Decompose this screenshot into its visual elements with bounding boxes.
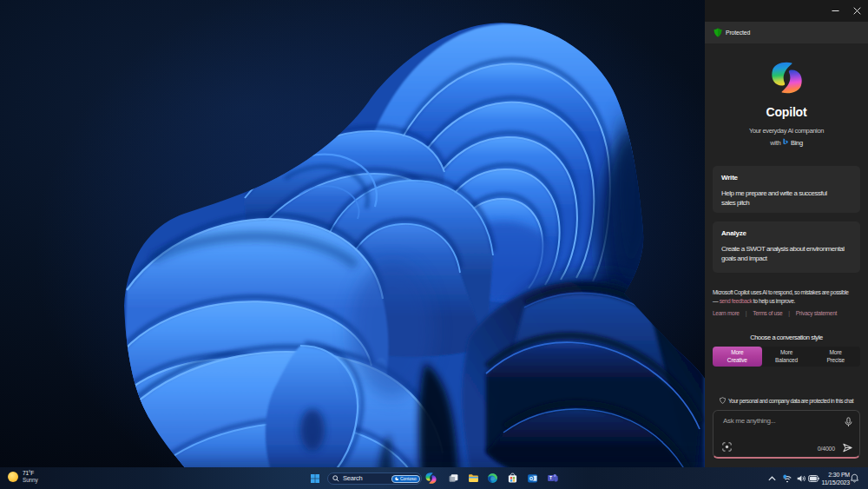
svg-text:O: O bbox=[529, 476, 533, 481]
svg-text:T: T bbox=[549, 476, 552, 480]
